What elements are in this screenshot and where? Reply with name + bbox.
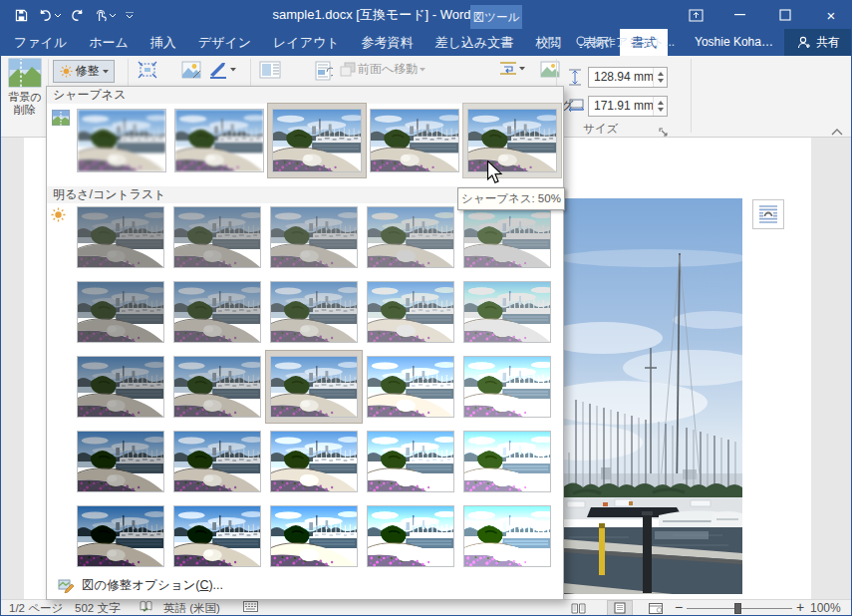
document-photo[interactable] [563,198,743,594]
picture-brush-icon [58,577,74,593]
ribbon-display-options-button[interactable] [679,1,712,29]
remove-background-button[interactable]: 背景の削除 [3,58,47,136]
close-button[interactable]: × [814,1,848,29]
sharpness-thumb-2[interactable] [174,109,264,172]
picture-border-icon[interactable] [208,61,236,79]
picture-placeholder-icon[interactable] [540,61,560,78]
tab-row: ファイルホーム挿入デザインレイアウト参考資料差し込み文書校閲表示書式 [3,29,668,56]
bc-thumb-2-2[interactable] [173,281,261,343]
width-spinner-arrows[interactable] [653,97,667,116]
bc-thumb-2-3[interactable] [270,281,358,343]
tab-挿入[interactable]: 挿入 [140,29,187,56]
zoom-slider-thumb[interactable] [734,603,741,614]
brightness-sun-icon [51,207,66,226]
bc-thumb-3-4[interactable] [367,356,454,418]
sharpness-section-header: シャープネス [47,87,563,104]
proofing-icon[interactable] [140,600,152,616]
size-group-label: サイズ [583,122,618,137]
print-layout-button[interactable] [607,600,633,616]
bc-thumb-4-3[interactable] [270,431,358,492]
sun-icon [60,65,73,78]
restore-button[interactable] [768,1,802,29]
shape-width-icon [568,98,585,116]
tab-参考資料[interactable]: 参考資料 [351,29,425,56]
sharpness-thumb-5[interactable] [467,109,557,172]
height-spinner-arrows[interactable] [653,68,667,87]
tooltip: シャープネス: 50% [457,187,565,210]
window-title: sample1.docx [互換モード] - Word [1,1,742,29]
word-count[interactable]: 502 文字 [75,600,120,616]
person-plus-icon [797,36,811,49]
bc-thumb-3-5[interactable] [463,356,551,418]
status-bar: 1/2 ページ 502 文字 英語 (米国) − + 100% [1,599,851,616]
tab-レイアウト[interactable]: レイアウト [262,29,351,56]
shape-height-icon [568,69,582,90]
shape-width-field[interactable]: 171.91 mm [588,96,668,117]
bc-thumb-4-5[interactable] [463,431,551,492]
artistic-effects-icon[interactable] [181,61,201,79]
minimize-button[interactable] [722,1,756,29]
zoom-out-button[interactable]: − [675,600,683,616]
bc-thumb-5-3[interactable] [270,505,358,567]
size-dialog-launcher[interactable] [659,124,669,142]
bc-thumb-2-1[interactable] [77,281,164,343]
tab-校閲[interactable]: 校閲 [524,29,572,56]
remove-background-icon [8,58,42,88]
bc-thumb-5-5[interactable] [463,505,551,567]
bc-thumb-2-4[interactable] [367,281,454,343]
bc-thumb-5-1[interactable] [77,505,164,567]
bc-thumb-1-4[interactable] [367,206,454,268]
shape-height-field[interactable]: 128.94 mm [588,67,668,88]
tell-me-assist[interactable]: 操作アシスト... [575,29,675,56]
picture-corrections-options-item[interactable]: 図の修整オプション(C)... [48,572,562,598]
tab-ファイル[interactable]: ファイル [3,29,78,56]
title-bar: sample1.docx [互換モード] - Word 図ツール × [1,1,851,29]
bc-thumb-3-1[interactable] [77,356,164,418]
bc-thumb-1-2[interactable] [173,206,261,268]
bc-thumb-5-2[interactable] [173,505,261,567]
read-mode-button[interactable] [565,600,591,616]
zoom-in-button[interactable]: + [796,600,804,616]
wrap-text-icon[interactable] [499,61,525,77]
layout-options-icon [758,204,778,224]
sharpness-section-icon [52,110,70,130]
zoom-level[interactable]: 100% [810,600,841,616]
tab-ホーム[interactable]: ホーム [78,29,140,56]
tab-差し込み文書[interactable]: 差し込み文書 [425,29,525,56]
sharpness-thumb-4[interactable] [370,109,459,172]
bc-thumb-3-2[interactable] [173,356,261,418]
bc-thumb-2-5[interactable] [463,281,551,343]
dropdown-arrow-icon [103,70,109,74]
keyboard-icon[interactable] [243,600,258,616]
position-icon[interactable] [315,61,333,81]
mouse-cursor [486,160,503,188]
web-layout-button[interactable] [643,600,669,616]
bc-thumb-1-1[interactable] [77,206,164,268]
word-window: sample1.docx [互換モード] - Word 図ツール × ファイルホ… [0,0,852,616]
picture-layout-icon[interactable] [259,61,281,79]
resize-icon[interactable] [138,61,157,79]
bc-thumb-3-3[interactable] [270,356,358,418]
bc-thumb-4-1[interactable] [77,431,164,492]
bc-thumb-4-4[interactable] [367,431,454,492]
corrections-button[interactable]: 修整 [53,60,115,83]
account-user-name[interactable]: Yoshie Koha… [695,29,773,56]
collapse-ribbon-button[interactable] [830,123,844,141]
context-tab-group-label: 図ツール [470,5,522,29]
language-indicator[interactable]: 英語 (米国) [163,600,220,616]
tab-デザイン[interactable]: デザイン [187,29,262,56]
bring-forward-button[interactable]: 前面へ移動 [340,61,426,78]
sharpness-thumb-3[interactable] [272,109,362,172]
bring-forward-icon [340,62,356,77]
bc-thumb-1-5[interactable] [463,206,551,268]
sharpness-thumb-1[interactable] [77,109,166,172]
bc-thumb-4-2[interactable] [173,431,261,492]
lightbulb-icon [575,36,587,50]
bc-thumb-5-4[interactable] [367,505,454,567]
bc-thumb-1-3[interactable] [270,206,358,268]
page-indicator[interactable]: 1/2 ページ [9,600,63,616]
layout-options-button[interactable] [752,199,784,229]
share-button[interactable]: 共有 [784,29,852,56]
